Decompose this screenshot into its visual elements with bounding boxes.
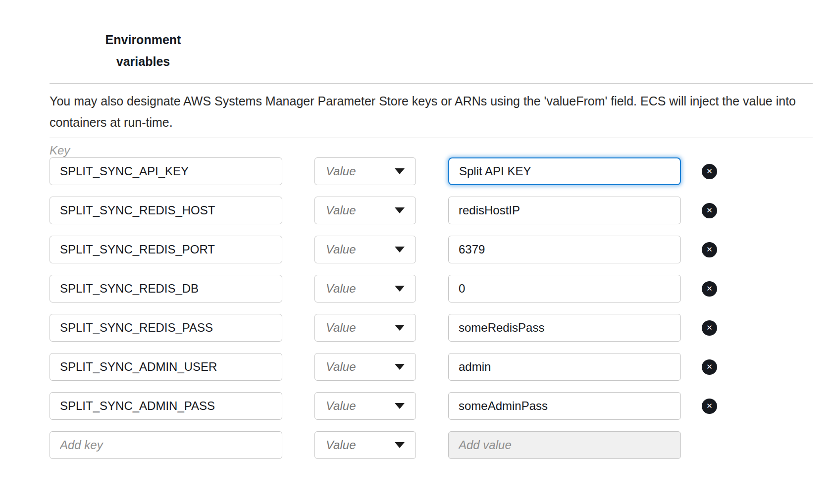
value-type-label: Value — [326, 203, 356, 217]
value-type-label: Value — [326, 399, 356, 413]
key-input[interactable] — [50, 236, 282, 263]
value-type-dropdown[interactable]: Value — [314, 431, 416, 459]
value-type-label: Value — [326, 243, 356, 256]
add-env-var-row: Value — [50, 431, 717, 459]
divider-bottom — [50, 138, 813, 138]
env-var-row: Value ✕ — [50, 157, 717, 185]
key-input[interactable] — [50, 392, 282, 420]
chevron-down-icon — [395, 168, 405, 174]
add-key-input[interactable] — [50, 431, 282, 459]
delete-row-button[interactable]: ✕ — [702, 281, 717, 297]
key-input[interactable] — [50, 197, 282, 224]
value-input[interactable] — [448, 314, 681, 342]
env-var-row: Value ✕ — [50, 314, 717, 342]
value-input[interactable] — [448, 392, 681, 420]
section-title-line1: Environment — [99, 29, 187, 50]
env-var-row: Value ✕ — [50, 353, 717, 381]
value-type-dropdown[interactable]: Value — [314, 314, 416, 342]
value-input[interactable] — [448, 353, 681, 381]
divider-top — [50, 83, 813, 84]
chevron-down-icon — [395, 442, 405, 448]
chevron-down-icon — [395, 325, 405, 331]
key-input[interactable] — [50, 353, 282, 381]
close-icon: ✕ — [706, 168, 713, 175]
value-type-label: Value — [326, 164, 356, 178]
value-type-dropdown[interactable]: Value — [314, 392, 416, 420]
delete-row-button[interactable]: ✕ — [702, 359, 717, 375]
value-input[interactable] — [448, 275, 681, 302]
value-type-label: Value — [326, 321, 356, 335]
key-input[interactable] — [50, 157, 282, 185]
value-type-label: Value — [326, 438, 356, 452]
close-icon: ✕ — [706, 285, 713, 293]
delete-row-button[interactable]: ✕ — [702, 242, 717, 257]
value-input[interactable] — [448, 236, 681, 263]
close-icon: ✕ — [706, 403, 713, 410]
close-icon: ✕ — [706, 246, 713, 253]
delete-row-button[interactable]: ✕ — [702, 320, 717, 336]
chevron-down-icon — [395, 403, 405, 409]
env-var-row: Value ✕ — [50, 275, 717, 302]
close-icon: ✕ — [706, 324, 713, 332]
value-type-dropdown[interactable]: Value — [314, 157, 416, 185]
value-type-dropdown[interactable]: Value — [314, 275, 416, 302]
delete-row-button[interactable]: ✕ — [702, 203, 717, 218]
env-var-row: Value ✕ — [50, 392, 717, 420]
add-value-input[interactable] — [448, 431, 681, 459]
section-title: Environment variables — [99, 29, 187, 72]
delete-row-button[interactable]: ✕ — [702, 399, 717, 414]
key-column-label: Key — [50, 144, 70, 157]
chevron-down-icon — [395, 247, 405, 252]
value-input[interactable] — [448, 197, 681, 224]
chevron-down-icon — [395, 286, 405, 292]
value-type-label: Value — [326, 360, 356, 374]
chevron-down-icon — [395, 207, 405, 213]
env-var-rows: Value ✕ Value ✕ Value ✕ Value — [50, 157, 717, 459]
env-var-row: Value ✕ — [50, 236, 717, 263]
delete-row-button[interactable]: ✕ — [702, 164, 717, 179]
env-var-row: Value ✕ — [50, 197, 717, 224]
close-icon: ✕ — [706, 207, 713, 214]
value-type-label: Value — [326, 282, 356, 296]
value-type-dropdown[interactable]: Value — [314, 236, 416, 263]
section-description: You may also designate AWS Systems Manag… — [50, 91, 815, 133]
value-type-dropdown[interactable]: Value — [314, 197, 416, 224]
value-input[interactable] — [448, 157, 681, 185]
value-type-dropdown[interactable]: Value — [314, 353, 416, 381]
section-title-line2: variables — [99, 50, 187, 72]
key-input[interactable] — [50, 275, 282, 302]
chevron-down-icon — [395, 364, 405, 370]
close-icon: ✕ — [706, 363, 713, 371]
key-input[interactable] — [50, 314, 282, 342]
